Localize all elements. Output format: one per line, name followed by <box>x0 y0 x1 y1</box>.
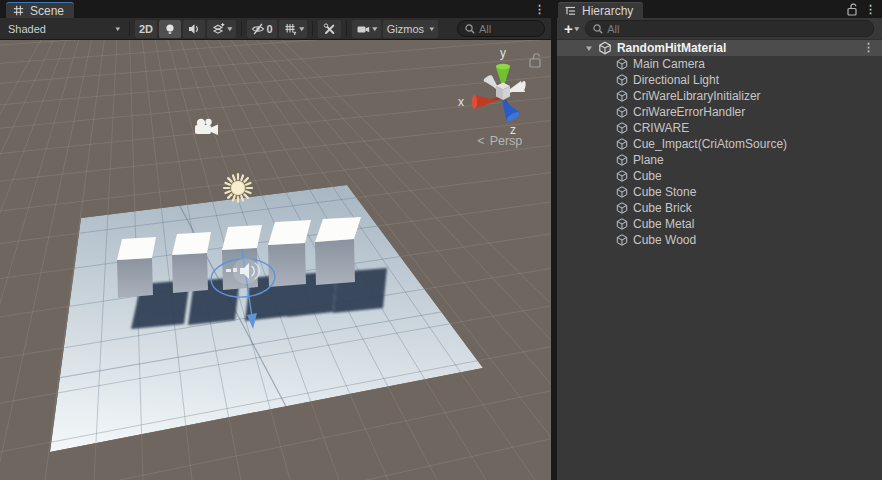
hierarchy-menu-kebab[interactable]: ⋮ <box>865 4 876 15</box>
hierarchy-item[interactable]: CRIWARE <box>557 120 882 136</box>
scene-menu-kebab[interactable]: ⋮ <box>534 4 545 15</box>
hierarchy-item-label: Cue_Impact(CriAtomSource) <box>633 137 787 151</box>
hierarchy-item-label: Cube <box>633 169 662 183</box>
hierarchy-item-label: Cube Stone <box>633 185 696 199</box>
scene-viewport[interactable]: y x z < Persp <box>0 40 551 480</box>
scene-effects-dropdown[interactable]: ▾ <box>207 20 236 38</box>
lock-icon[interactable] <box>846 3 858 16</box>
camera-icon <box>356 22 371 36</box>
toolbar-separator <box>312 21 313 36</box>
axis-label-x: x <box>458 95 464 109</box>
gameobject-cube-icon <box>616 90 628 102</box>
gameobject-cube-icon <box>616 106 628 118</box>
scene-camera-dropdown[interactable]: ▾ <box>352 20 381 38</box>
foldout-triangle-icon[interactable]: ▼ <box>584 44 594 53</box>
tab-hierarchy[interactable]: Hierarchy <box>558 2 643 18</box>
hierarchy-item[interactable]: CriWareLibraryInitializer <box>557 88 882 104</box>
toolbar-separator <box>129 21 130 36</box>
scene-tools-button[interactable] <box>318 20 341 38</box>
gizmos-dropdown[interactable]: Gizmos ▾ <box>383 20 438 38</box>
scene-panel: Scene ⋮ Shaded ▾ 2D <box>0 0 551 480</box>
unity-scene-icon <box>598 41 612 55</box>
hierarchy-item-label: CriWareLibraryInitializer <box>633 89 761 103</box>
scene-root-label: RandomHitMaterial <box>617 41 726 55</box>
grid-visibility-dropdown[interactable]: ▾ <box>279 20 308 38</box>
shading-mode-dropdown[interactable]: Shaded ▾ <box>4 20 124 38</box>
hierarchy-item[interactable]: Directional Light <box>557 72 882 88</box>
hierarchy-item[interactable]: Cube Stone <box>557 184 882 200</box>
create-object-button[interactable]: + ▾ <box>564 21 578 36</box>
hierarchy-item-label: Cube Wood <box>633 233 696 247</box>
scene-search-field[interactable]: All <box>457 20 545 37</box>
hierarchy-item-label: Cube Brick <box>633 201 692 215</box>
search-icon <box>592 23 604 35</box>
hierarchy-item[interactable]: Cube Wood <box>557 232 882 248</box>
hierarchy-item-label: Cube Metal <box>633 217 694 231</box>
search-icon <box>464 23 476 35</box>
gameobject-cube-icon <box>616 154 628 166</box>
hierarchy-item-label: Main Camera <box>633 57 705 71</box>
hierarchy-item[interactable]: Cue_Impact(CriAtomSource) <box>557 136 882 152</box>
hierarchy-item[interactable]: CriWareErrorHandler <box>557 104 882 120</box>
gameobject-cube-icon <box>616 122 628 134</box>
hierarchy-item-label: Plane <box>633 153 664 167</box>
hierarchy-item[interactable]: Plane <box>557 152 882 168</box>
hidden-objects-button[interactable]: 0 <box>247 20 277 38</box>
toolbar-separator <box>241 21 242 36</box>
gameobject-cube-icon <box>616 186 628 198</box>
chevron-down-icon: ▾ <box>228 25 233 33</box>
sun-light-gizmo[interactable] <box>224 174 252 202</box>
hierarchy-item-label: Directional Light <box>633 73 719 87</box>
hierarchy-search-placeholder: All <box>607 23 619 35</box>
tab-scene[interactable]: Scene <box>6 2 74 18</box>
scene-lighting-button[interactable] <box>159 20 181 38</box>
scene-audio-button[interactable] <box>183 20 205 38</box>
hierarchy-item[interactable]: Cube <box>557 168 882 184</box>
effects-layers-icon <box>211 22 226 36</box>
grid-axis-icon <box>283 22 298 36</box>
hierarchy-tabbar: Hierarchy ⋮ <box>557 0 882 18</box>
gameobject-cube-icon <box>616 138 628 150</box>
cube-mesh <box>172 232 211 293</box>
cube-mesh <box>315 217 361 285</box>
hierarchy-item[interactable]: Cube Brick <box>557 200 882 216</box>
hierarchy-search-field[interactable]: All <box>585 20 874 37</box>
scene-toolbar: Shaded ▾ 2D <box>0 18 551 40</box>
gameobject-cube-icon <box>616 218 628 230</box>
hierarchy-item[interactable]: Cube Metal <box>557 216 882 232</box>
toggle-2d-button[interactable]: 2D <box>135 20 157 38</box>
plus-icon: + <box>564 21 573 36</box>
gameobject-cube-icon <box>616 170 628 182</box>
hierarchy-tab-label: Hierarchy <box>582 4 633 18</box>
gameobject-cube-icon <box>616 58 628 70</box>
hierarchy-item-label: CriWareErrorHandler <box>633 105 745 119</box>
hierarchy-item[interactable]: Main Camera <box>557 56 882 72</box>
scene-search-placeholder: All <box>479 23 491 35</box>
scene-3d-render: y x z < Persp <box>0 40 551 480</box>
scene-root-row[interactable]: ▼ RandomHitMaterial ⋮ <box>557 40 882 56</box>
persp-label[interactable]: Persp <box>490 134 523 148</box>
eye-slash-icon <box>251 22 265 36</box>
persp-arrow-icon: < <box>477 134 484 148</box>
shading-mode-label: Shaded <box>8 23 46 35</box>
unity-editor-window: Scene ⋮ Shaded ▾ 2D <box>0 0 882 480</box>
gameobject-cube-icon <box>616 202 628 214</box>
hidden-count: 0 <box>267 23 273 35</box>
cube-mesh <box>117 237 156 298</box>
chevron-down-icon: ▾ <box>574 25 579 32</box>
hierarchy-item-label: CRIWARE <box>633 121 689 135</box>
chevron-down-icon: ▾ <box>373 25 378 33</box>
scene-tabbar: Scene ⋮ <box>0 0 551 18</box>
chevron-down-icon: ▾ <box>116 25 121 33</box>
axis-cube-center <box>496 83 510 101</box>
wrench-tools-icon <box>322 22 337 36</box>
scene-tab-label: Scene <box>30 4 64 18</box>
toolbar-separator <box>346 21 347 36</box>
hierarchy-toolbar: + ▾ All <box>557 18 882 40</box>
scene-root-kebab[interactable]: ⋮ <box>863 42 874 53</box>
gizmos-label: Gizmos <box>387 23 424 35</box>
scene-grid-icon <box>12 4 25 17</box>
hierarchy-list-icon <box>564 5 577 17</box>
hierarchy-list: Main Camera Directional Light CriWareLib… <box>557 56 882 480</box>
speaker-icon <box>187 22 201 36</box>
